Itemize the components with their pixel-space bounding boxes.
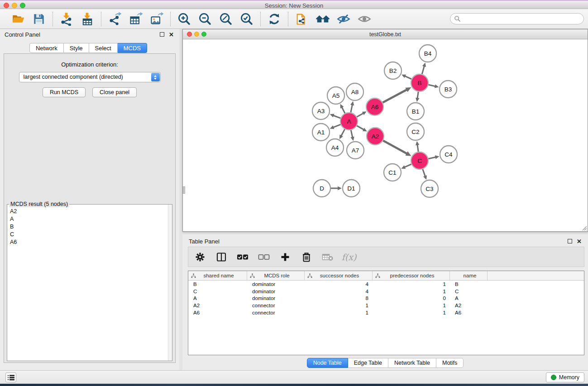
graph-node-A2[interactable]: A2 bbox=[367, 128, 384, 145]
mcds-result-item[interactable]: A6 bbox=[8, 238, 167, 246]
search-input[interactable] bbox=[461, 14, 583, 24]
import-table-icon bbox=[81, 12, 94, 26]
deselect-all-button[interactable] bbox=[257, 250, 271, 264]
table-cell: C bbox=[450, 289, 488, 294]
svg-text:A4: A4 bbox=[331, 144, 339, 151]
graph-node-C1[interactable]: C1 bbox=[384, 164, 401, 181]
panel-list-button[interactable] bbox=[5, 372, 16, 382]
table-panel-close-icon[interactable]: ✕ bbox=[577, 238, 582, 245]
graph-node-A6[interactable]: A6 bbox=[366, 98, 383, 115]
graph-node-A1[interactable]: A1 bbox=[312, 124, 330, 141]
network-canvas[interactable]: B4B2BB3A5A8A6B1A3AA1C2A2A4A7C4CC1C3DD1 bbox=[183, 39, 588, 231]
tab-motifs[interactable]: Motifs bbox=[436, 358, 464, 368]
list-icon bbox=[8, 375, 14, 381]
tab-edge-table[interactable]: Edge Table bbox=[348, 358, 388, 368]
graph-node-C2[interactable]: C2 bbox=[407, 123, 424, 140]
tab-select[interactable]: Select bbox=[89, 43, 118, 53]
network-graph[interactable]: B4B2BB3A5A8A6B1A3AA1C2A2A4A7C4CC1C3DD1 bbox=[183, 39, 588, 232]
control-panel: Control Panel ✕ NetworkStyleSelectMCDS O… bbox=[0, 29, 179, 370]
graph-node-A8[interactable]: A8 bbox=[346, 83, 363, 100]
split-view-button[interactable] bbox=[215, 250, 228, 264]
column-header-name[interactable]: name bbox=[450, 271, 488, 280]
graph-node-A5[interactable]: A5 bbox=[327, 87, 344, 104]
graph-node-A4[interactable]: A4 bbox=[326, 139, 344, 156]
home-button[interactable] bbox=[316, 12, 330, 26]
canvas-left-handle[interactable] bbox=[183, 186, 185, 194]
zoom-fit-button[interactable] bbox=[219, 12, 233, 26]
graph-node-B1[interactable]: B1 bbox=[407, 103, 424, 120]
delete-table-button[interactable] bbox=[321, 250, 335, 264]
tab-network-table[interactable]: Network Table bbox=[388, 358, 436, 368]
tab-style[interactable]: Style bbox=[64, 43, 89, 53]
table-row[interactable]: A2connector11A2 bbox=[188, 302, 584, 309]
hide-selected-button[interactable] bbox=[336, 12, 351, 26]
graph-node-D[interactable]: D bbox=[313, 180, 330, 197]
table-panel-float-icon[interactable] bbox=[568, 239, 572, 243]
function-builder-button[interactable]: f(x) bbox=[342, 250, 356, 264]
tab-mcds[interactable]: MCDS bbox=[118, 43, 147, 53]
refresh-button[interactable] bbox=[267, 12, 282, 26]
mcds-result-item[interactable]: B bbox=[8, 223, 167, 230]
import-table-button[interactable] bbox=[80, 12, 95, 26]
delete-table-icon bbox=[322, 253, 334, 262]
edge-arrow-icon bbox=[330, 114, 335, 117]
tab-network[interactable]: Network bbox=[29, 43, 64, 53]
graph-node-B4[interactable]: B4 bbox=[419, 45, 436, 62]
control-panel-float-icon[interactable] bbox=[160, 32, 164, 37]
save-session-button[interactable] bbox=[32, 12, 46, 26]
export-image-button[interactable] bbox=[149, 12, 164, 26]
table-cell: 1 bbox=[305, 310, 373, 315]
delete-column-button[interactable] bbox=[300, 250, 313, 264]
graph-node-B[interactable]: B bbox=[411, 74, 428, 91]
table-row[interactable]: A6connector11A6 bbox=[188, 309, 584, 316]
column-header-shared-name[interactable]: shared name bbox=[188, 271, 247, 280]
graph-node-B3[interactable]: B3 bbox=[440, 81, 457, 98]
graph-node-C3[interactable]: C3 bbox=[421, 180, 438, 197]
graph-node-A[interactable]: A bbox=[340, 113, 358, 130]
open-session-button[interactable] bbox=[11, 12, 25, 26]
mcds-result-item[interactable]: A2 bbox=[8, 207, 167, 215]
zoom-in-button[interactable] bbox=[177, 12, 191, 26]
export-table-button[interactable] bbox=[129, 12, 143, 26]
control-panel-close-icon[interactable]: ✕ bbox=[169, 31, 174, 38]
edge-arrow-icon bbox=[422, 62, 426, 67]
new-network-from-file-button[interactable] bbox=[295, 12, 309, 26]
table-row[interactable]: Cdominator41C bbox=[188, 288, 584, 295]
column-header-successor-nodes[interactable]: successor nodes bbox=[305, 271, 373, 280]
table-cell: B bbox=[188, 281, 247, 287]
export-network-button[interactable] bbox=[108, 12, 122, 26]
add-column-button[interactable] bbox=[278, 250, 292, 264]
zoom-out-button[interactable] bbox=[198, 12, 212, 26]
memory-button[interactable]: Memory bbox=[546, 372, 584, 382]
graph-node-C[interactable]: C bbox=[411, 152, 428, 169]
column-header-mcds-role[interactable]: MCDS role bbox=[247, 271, 305, 280]
tab-node-table[interactable]: Node Table bbox=[307, 358, 348, 368]
graph-node-B2[interactable]: B2 bbox=[384, 62, 402, 79]
graph-node-C4[interactable]: C4 bbox=[440, 146, 457, 163]
show-all-button[interactable] bbox=[357, 12, 372, 26]
run-mcds-button[interactable]: Run MCDS bbox=[43, 87, 86, 97]
optimization-criterion-dropdown[interactable]: largest connected component (directed) bbox=[19, 72, 161, 82]
column-header-predecessor-nodes[interactable]: predecessor nodes bbox=[373, 271, 450, 280]
table-cell: 0 bbox=[373, 295, 450, 301]
import-network-button[interactable] bbox=[59, 12, 74, 26]
mcds-result-scrollbar[interactable] bbox=[168, 205, 172, 361]
dropdown-stepper-icon[interactable] bbox=[151, 73, 160, 81]
table-cell: dominator bbox=[247, 281, 305, 287]
select-all-button[interactable] bbox=[236, 250, 249, 264]
table-settings-button[interactable] bbox=[193, 250, 207, 264]
table-row[interactable]: Adominator80A bbox=[188, 295, 584, 302]
mcds-result-item[interactable]: C bbox=[8, 230, 167, 238]
network-window-titlebar[interactable]: testGlobe.txt bbox=[183, 29, 588, 39]
resize-grip-icon[interactable] bbox=[581, 224, 587, 231]
graph-node-D1[interactable]: D1 bbox=[343, 180, 360, 197]
mcds-result-item[interactable]: A bbox=[8, 215, 167, 223]
graph-node-A3[interactable]: A3 bbox=[312, 102, 330, 119]
table-cell: 4 bbox=[305, 281, 373, 287]
graph-node-A7[interactable]: A7 bbox=[347, 142, 364, 159]
zoom-selected-button[interactable] bbox=[239, 12, 254, 26]
columns-icon bbox=[216, 252, 227, 262]
table-cell: A6 bbox=[450, 310, 488, 315]
close-panel-button[interactable]: Close panel bbox=[92, 87, 137, 97]
table-row[interactable]: Bdominator41B bbox=[188, 281, 584, 288]
